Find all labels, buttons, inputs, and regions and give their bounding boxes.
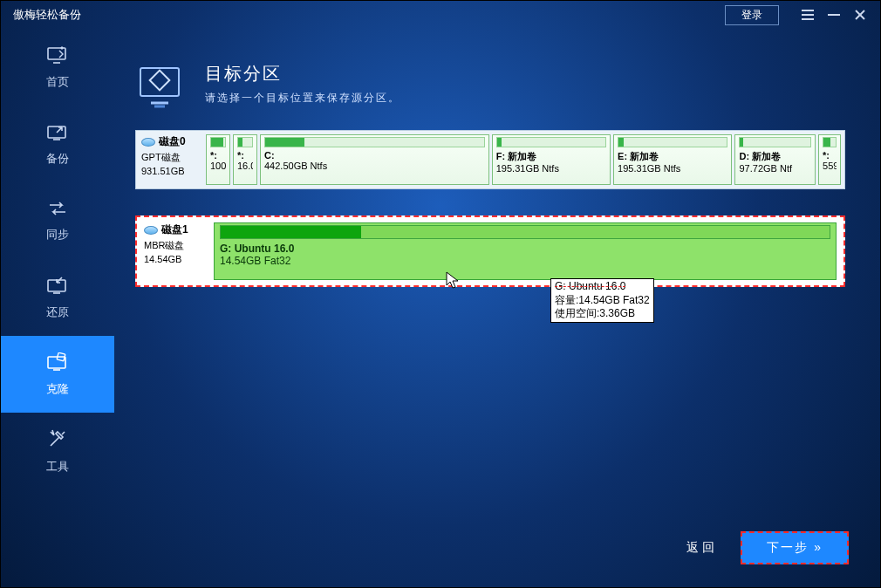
partition-tooltip: G: Ubuntu 16.0 容量:14.54GB Fat32 使用空间:3.3…: [550, 278, 654, 323]
login-button[interactable]: 登录: [725, 5, 779, 25]
page-subtitle: 请选择一个目标位置来保存源分区。: [205, 91, 400, 106]
disk1-partition-g[interactable]: G: Ubuntu 16.0 14.54GB Fat32: [214, 222, 837, 280]
backup-icon: [46, 122, 69, 144]
disk0-partition-1[interactable]: *:16.0: [233, 134, 257, 185]
disk0-partition-4[interactable]: E: 新加卷195.31GB Ntfs: [613, 134, 732, 185]
next-button[interactable]: 下一步 »: [741, 531, 849, 564]
page-title: 目标分区: [205, 62, 400, 85]
menu-list-button[interactable]: [795, 3, 821, 27]
main-content: 目标分区 请选择一个目标位置来保存源分区。 磁盘0 GPT磁盘 931.51GB…: [114, 44, 880, 587]
disk0-partition-2[interactable]: C:442.50GB Ntfs: [260, 134, 489, 185]
home-icon: [46, 45, 69, 67]
sidebar-item-restore[interactable]: 还原: [1, 259, 114, 336]
sidebar-item-clone[interactable]: 克隆: [1, 336, 114, 413]
clone-icon: [46, 352, 69, 374]
sidebar-item-label: 首页: [46, 74, 69, 90]
title-bar: 傲梅轻松备份 登录: [1, 1, 880, 29]
sidebar-item-label: 克隆: [46, 381, 69, 397]
sidebar-item-backup[interactable]: 备份: [1, 106, 114, 182]
app-title: 傲梅轻松备份: [13, 7, 81, 23]
disk0-meta: 磁盘0 GPT磁盘 931.51GB: [141, 134, 202, 185]
disk1-panel[interactable]: 磁盘1 MBR磁盘 14.54GB G: Ubuntu 16.0 14.54GB…: [135, 215, 845, 287]
sync-icon: [46, 200, 69, 220]
sidebar-item-label: 工具: [46, 459, 69, 475]
restore-icon: [46, 276, 69, 297]
disk0-partition-6[interactable]: *:559.: [818, 134, 841, 185]
back-button[interactable]: 返回: [686, 540, 718, 556]
disk0-partition-0[interactable]: *:100.: [206, 134, 230, 185]
svg-rect-7: [140, 68, 179, 96]
tools-icon: [47, 428, 68, 452]
close-button[interactable]: [847, 3, 873, 27]
minimize-button[interactable]: [821, 3, 847, 27]
svg-rect-8: [150, 71, 170, 91]
disk0-panel[interactable]: 磁盘0 GPT磁盘 931.51GB *:100.*:16.0C:442.50G…: [135, 130, 845, 189]
sidebar-item-home[interactable]: 首页: [1, 29, 114, 106]
sidebar: 首页 备份 同步 还原 克隆: [1, 29, 114, 587]
page-header: 目标分区 请选择一个目标位置来保存源分区。: [135, 62, 845, 113]
sidebar-item-label: 同步: [46, 227, 69, 243]
sidebar-item-tools[interactable]: 工具: [1, 413, 114, 489]
sidebar-item-label: 还原: [46, 304, 69, 320]
sidebar-item-label: 备份: [46, 151, 69, 167]
disk-icon: [141, 138, 155, 147]
disk0-partition-5[interactable]: D: 新加卷97.72GB Ntf: [734, 134, 816, 185]
sidebar-item-sync[interactable]: 同步: [1, 182, 114, 259]
disk0-partition-3[interactable]: F: 新加卷195.31GB Ntfs: [492, 134, 611, 185]
target-partition-icon: [135, 62, 189, 113]
disk1-meta: 磁盘1 MBR磁盘 14.54GB: [144, 222, 208, 280]
disk-icon: [144, 226, 158, 235]
